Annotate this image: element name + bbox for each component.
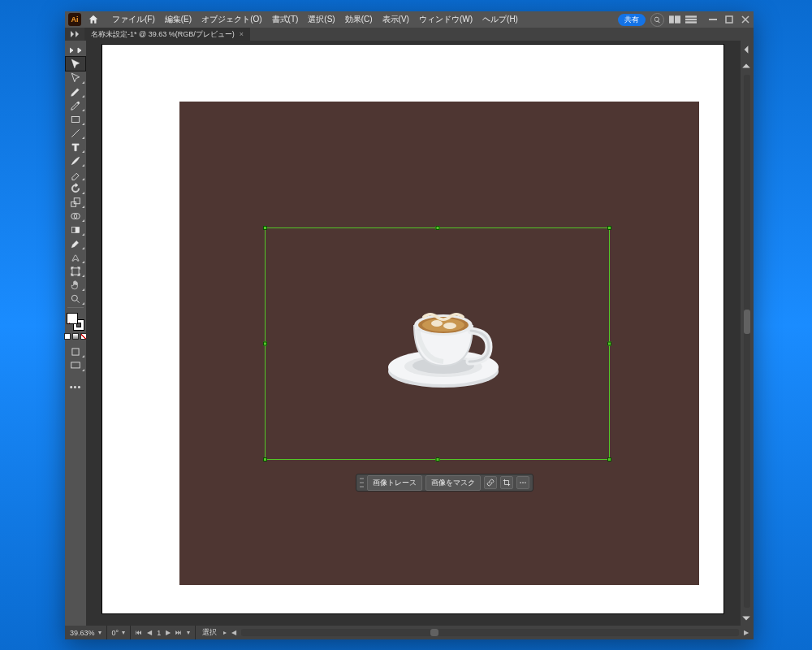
handle-bot-right[interactable] [607, 457, 611, 462]
crop-icon [503, 479, 511, 487]
horizontal-scrollbar[interactable] [241, 629, 739, 636]
draw-mode[interactable] [66, 344, 85, 358]
close-icon[interactable] [741, 15, 750, 24]
edit-toolbar[interactable]: ••• [70, 382, 82, 392]
svg-point-7 [77, 102, 79, 103]
next-artboard-icon[interactable]: ▶ [166, 629, 171, 636]
svg-rect-2 [685, 15, 697, 17]
horizontal-scroll-thumb[interactable] [430, 629, 438, 636]
color-mode-gradient[interactable] [72, 333, 79, 340]
more-button[interactable] [516, 476, 529, 489]
menu-help[interactable]: ヘルプ(H) [477, 11, 523, 28]
artboard-index[interactable]: 1 [157, 629, 161, 637]
tool-type[interactable] [66, 140, 85, 154]
menubar-right: 共有 [618, 11, 750, 28]
svg-rect-6 [726, 16, 732, 23]
menu-effect[interactable]: 効果(C) [340, 11, 378, 28]
selection-bounds[interactable] [265, 228, 610, 460]
handle-top-left[interactable] [263, 226, 267, 230]
search-button[interactable] [650, 13, 664, 27]
mask-button[interactable]: 画像をマスク [425, 475, 481, 491]
chevron-down-icon [741, 613, 751, 623]
svg-rect-9 [71, 202, 76, 206]
workspace-icon[interactable] [669, 15, 680, 24]
scroll-down[interactable] [741, 612, 753, 623]
panel-toggle[interactable] [741, 43, 753, 54]
canvas-area[interactable]: 画像トレース 画像をマスク [86, 41, 741, 626]
handle-top-mid[interactable] [435, 226, 439, 230]
svg-rect-1 [675, 15, 680, 23]
tool-direct-selection[interactable] [66, 71, 85, 84]
link-button[interactable] [484, 476, 497, 489]
app-logo: Ai [68, 13, 81, 26]
ctx-grip[interactable] [360, 476, 364, 489]
tool-line[interactable] [66, 126, 85, 140]
tool-gradient[interactable] [66, 223, 85, 236]
rotate-field[interactable]: 0° ▾ [107, 626, 132, 639]
toolbar-grip[interactable] [66, 43, 85, 57]
toolbar: ••• [65, 41, 86, 626]
tool-hand[interactable] [66, 278, 85, 292]
image-trace-button[interactable]: 画像トレース [367, 475, 422, 491]
fill-swatch[interactable] [67, 313, 78, 324]
status-menu-icon[interactable]: ▸ [223, 629, 227, 636]
tool-paintbrush[interactable] [66, 154, 85, 167]
crop-button[interactable] [500, 476, 513, 489]
menu-file[interactable]: ファイル(F) [107, 11, 160, 28]
share-button[interactable]: 共有 [618, 14, 646, 26]
tool-pen[interactable] [66, 84, 85, 98]
handle-bot-left[interactable] [263, 457, 267, 462]
scroll-left-icon[interactable]: ◀ [231, 629, 236, 636]
artboard-dropdown-icon[interactable]: ▾ [187, 629, 190, 636]
fill-stroke-swatch[interactable] [67, 313, 84, 331]
menu-window[interactable]: ウィンドウ(W) [414, 11, 477, 28]
arrange-icon[interactable] [685, 15, 697, 24]
vertical-scrollbar[interactable] [744, 75, 750, 608]
color-mode-solid[interactable] [64, 333, 71, 340]
handle-mid-right[interactable] [607, 342, 611, 346]
tool-curvature[interactable] [66, 98, 85, 112]
prev-artboard-icon[interactable]: ◀ [147, 629, 152, 636]
menu-edit[interactable]: 編集(E) [160, 11, 197, 28]
properties-toggle[interactable] [65, 28, 84, 41]
tool-shape-builder[interactable] [66, 209, 85, 223]
chevrons-icon [71, 31, 79, 37]
menu-object[interactable]: オブジェクト(O) [197, 11, 266, 28]
menu-select[interactable]: 選択(S) [303, 11, 339, 28]
toolbar-separator [67, 307, 84, 308]
svg-rect-8 [71, 116, 79, 122]
zoom-field[interactable]: 39.63% ▾ [65, 626, 107, 639]
maximize-icon[interactable] [724, 15, 734, 24]
tool-eyedropper[interactable] [66, 236, 85, 250]
tool-rotate[interactable] [66, 181, 85, 195]
contextual-task-bar[interactable]: 画像トレース 画像をマスク [356, 474, 533, 492]
tool-artboard[interactable] [66, 264, 85, 278]
screen-mode[interactable] [66, 358, 85, 372]
menu-view[interactable]: 表示(V) [378, 11, 414, 28]
vertical-scroll-thumb[interactable] [744, 310, 750, 334]
home-icon[interactable] [88, 14, 99, 25]
link-icon [486, 479, 495, 487]
menu-type[interactable]: 書式(T) [267, 11, 304, 28]
color-mode-row [64, 333, 87, 340]
tool-scale[interactable] [66, 195, 85, 209]
scroll-right-icon[interactable]: ▶ [744, 629, 749, 636]
handle-top-right[interactable] [607, 226, 611, 230]
tool-zoom[interactable] [66, 292, 85, 306]
tab-close-icon[interactable]: × [240, 28, 244, 41]
handle-mid-left[interactable] [263, 342, 267, 346]
first-artboard-icon[interactable]: ⏮ [136, 629, 142, 636]
scroll-up[interactable] [741, 59, 753, 71]
svg-rect-15 [72, 267, 79, 274]
tool-rectangle[interactable] [66, 112, 85, 126]
handle-bot-mid[interactable] [435, 457, 439, 462]
tool-eraser[interactable] [66, 167, 85, 181]
document-tab[interactable]: 名称未設定-1* @ 39.63 %(RGB/プレビュー) × [84, 28, 250, 41]
chevron-down-icon: ▾ [122, 629, 125, 636]
minimize-icon[interactable] [708, 15, 718, 24]
grip-icon [70, 45, 81, 56]
svg-rect-17 [72, 348, 79, 354]
last-artboard-icon[interactable]: ⏭ [175, 629, 182, 636]
tool-symbol-sprayer[interactable] [66, 250, 85, 264]
tool-selection[interactable] [66, 57, 85, 71]
